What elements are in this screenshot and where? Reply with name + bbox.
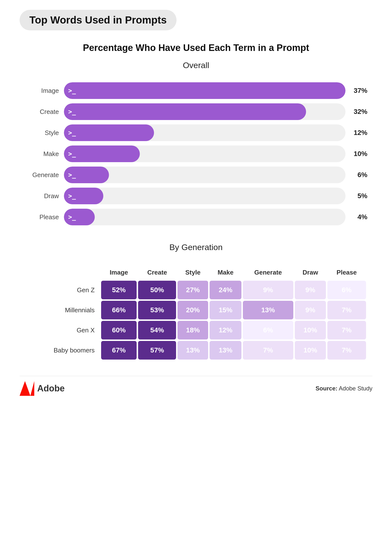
table-cell: 9%: [295, 281, 326, 299]
table-cell: 13%: [178, 341, 208, 360]
bar-fill-icon: >_: [68, 171, 76, 179]
table-cell: 10%: [295, 321, 326, 339]
table-cell: 54%: [138, 321, 176, 339]
table-cell: 27%: [178, 281, 208, 299]
table-cell: 13%: [243, 301, 293, 319]
table-cell: 9%: [295, 301, 326, 319]
table-cell: 7%: [327, 341, 366, 360]
generation-title: By Generation: [25, 242, 368, 252]
overall-label: Overall: [20, 60, 372, 70]
table-cell: 15%: [210, 301, 241, 319]
bar-percent: 4%: [345, 213, 368, 221]
bar-percent: 10%: [345, 150, 368, 158]
table-row: Baby boomers67%57%13%13%7%10%7%: [26, 341, 366, 360]
bar-fill-icon: >_: [68, 129, 76, 136]
table-row: Gen X60%54%18%12%6%10%7%: [26, 321, 366, 339]
generation-section: By Generation ImageCreateStyleMakeGenera…: [25, 242, 368, 361]
bar-row: Create>_32%: [25, 103, 368, 120]
source-text: Source: Adobe Study: [316, 385, 372, 392]
bar-fill: >_: [64, 167, 109, 183]
table-cell: 66%: [101, 301, 137, 319]
table-cell: 12%: [210, 321, 241, 339]
bar-track: >_: [64, 209, 345, 225]
title-pill: Top Words Used in Prompts: [20, 10, 177, 30]
bar-fill-icon: >_: [68, 192, 76, 200]
bar-row: Style>_12%: [25, 124, 368, 141]
svg-marker-1: [30, 381, 34, 396]
table-row: Gen Z52%50%27%24%9%9%6%: [26, 281, 366, 299]
table-col-header: Generate: [243, 266, 293, 279]
bar-fill: >_: [64, 188, 103, 204]
footer: Adobe Source: Adobe Study: [20, 376, 372, 396]
bar-track: >_: [64, 188, 345, 204]
bar-percent: 6%: [345, 171, 368, 179]
generation-table: ImageCreateStyleMakeGenerateDrawPleaseGe…: [25, 264, 368, 361]
table-cell: 52%: [101, 281, 137, 299]
bar-label: Make: [25, 150, 64, 158]
bar-track: >_: [64, 124, 345, 141]
bar-row: Generate>_6%: [25, 167, 368, 183]
bar-chart: Image>_37%Create>_32%Style>_12%Make>_10%…: [25, 82, 368, 225]
table-cell: 18%: [178, 321, 208, 339]
table-row: Millennials66%53%20%15%13%9%7%: [26, 301, 366, 319]
bar-row: Make>_10%: [25, 145, 368, 162]
table-cell: 67%: [101, 341, 137, 360]
section-title: Percentage Who Have Used Each Term in a …: [20, 43, 372, 53]
row-label: Millennials: [26, 301, 100, 319]
bar-percent: 37%: [345, 87, 368, 95]
bar-percent: 32%: [345, 108, 368, 116]
bar-fill: >_: [64, 103, 306, 120]
bar-fill: >_: [64, 209, 95, 225]
table-cell: 9%: [243, 281, 293, 299]
bar-percent: 12%: [345, 129, 368, 137]
bar-label: Style: [25, 129, 64, 137]
table-cell: 7%: [243, 341, 293, 360]
row-label: Gen Z: [26, 281, 100, 299]
table-cell: 20%: [178, 301, 208, 319]
bar-fill: >_: [64, 124, 154, 141]
table-cell: 60%: [101, 321, 137, 339]
adobe-icon: [20, 381, 34, 396]
svg-marker-0: [20, 381, 30, 396]
table-col-header: Style: [178, 266, 208, 279]
source-value: Adobe Study: [339, 385, 372, 392]
bar-fill-icon: >_: [68, 87, 76, 94]
table-cell: 6%: [243, 321, 293, 339]
row-label: Baby boomers: [26, 341, 100, 360]
table-cell: 50%: [138, 281, 176, 299]
bar-fill-icon: >_: [68, 150, 76, 157]
table-cell: 13%: [210, 341, 241, 360]
bar-label: Create: [25, 108, 64, 116]
row-label: Gen X: [26, 321, 100, 339]
table-col-header: Please: [327, 266, 366, 279]
bar-fill: >_: [64, 145, 140, 162]
bar-track: >_: [64, 82, 345, 99]
bar-fill-icon: >_: [68, 213, 76, 221]
bar-row: Draw>_5%: [25, 188, 368, 204]
adobe-logo-text: Adobe: [37, 383, 65, 394]
table-cell: 24%: [210, 281, 241, 299]
table-cell: 10%: [295, 341, 326, 360]
bar-row: Image>_37%: [25, 82, 368, 99]
bar-track: >_: [64, 167, 345, 183]
adobe-logo: Adobe: [20, 381, 65, 396]
table-corner: [26, 266, 100, 279]
table-col-header: Image: [101, 266, 137, 279]
table-cell: 6%: [327, 281, 366, 299]
bar-fill-icon: >_: [68, 108, 76, 115]
bar-label: Image: [25, 87, 64, 95]
bar-label: Please: [25, 213, 64, 221]
bar-track: >_: [64, 145, 345, 162]
table-col-header: Make: [210, 266, 241, 279]
bar-percent: 5%: [345, 192, 368, 200]
table-cell: 53%: [138, 301, 176, 319]
bar-row: Please>_4%: [25, 209, 368, 225]
table-cell: 7%: [327, 321, 366, 339]
table-col-header: Create: [138, 266, 176, 279]
bar-fill: >_: [64, 82, 345, 99]
table-cell: 57%: [138, 341, 176, 360]
bar-label: Draw: [25, 192, 64, 200]
table-col-header: Draw: [295, 266, 326, 279]
bar-track: >_: [64, 103, 345, 120]
page-title: Top Words Used in Prompts: [29, 14, 167, 26]
